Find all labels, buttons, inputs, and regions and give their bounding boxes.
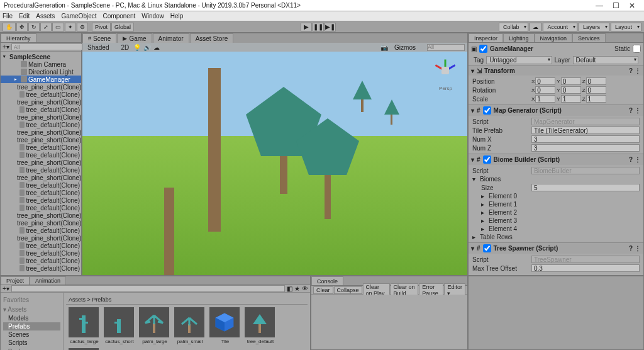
folder-scenes[interactable]: Scenes	[3, 330, 60, 339]
folder-scripts[interactable]: Scripts	[3, 339, 60, 347]
account-dropdown[interactable]: Account	[543, 23, 577, 31]
tab-animator[interactable]: Animator	[153, 33, 189, 43]
menu-component[interactable]: Component	[103, 13, 136, 20]
biomes-array[interactable]: Biomes	[480, 176, 531, 183]
hierarchy-item[interactable]: tree_default(Clone)	[1, 227, 81, 234]
hierarchy-item[interactable]: Main Camera	[1, 60, 81, 68]
tab-console[interactable]: Console	[311, 276, 343, 285]
hand-tool-button[interactable]: ✋	[3, 23, 16, 31]
tablerows-array[interactable]: Table Rows	[480, 234, 513, 240]
hidden-icon[interactable]: 👁	[302, 285, 308, 292]
tile-prefab-field[interactable]: Tile (TileGenerator)	[531, 127, 640, 134]
mode-2d-button[interactable]: 2D	[119, 44, 131, 51]
tab-animation[interactable]: Animation	[30, 276, 66, 285]
menu-help[interactable]: Help	[170, 13, 184, 20]
tab-hierarchy[interactable]: Hierarchy	[1, 33, 36, 42]
asset-thumb[interactable]: Tile	[209, 307, 241, 344]
tab-inspector[interactable]: Inspector	[469, 33, 503, 42]
collab-dropdown[interactable]: Collab	[499, 23, 529, 31]
hierarchy-item[interactable]: tree_pine_short(Clone)	[1, 159, 81, 166]
biome-size-field[interactable]: 5	[531, 184, 640, 191]
numz-field[interactable]: 3	[531, 144, 640, 152]
biome-element[interactable]: ▸Element 0	[472, 192, 640, 200]
layer-dropdown[interactable]: Default	[573, 56, 638, 64]
hierarchy-search[interactable]	[11, 43, 87, 50]
project-search[interactable]	[11, 285, 285, 292]
project-create-button[interactable]: +▾	[3, 285, 9, 292]
hierarchy-item[interactable]: tree_default(Clone)	[1, 204, 81, 212]
menu-gameobject[interactable]: GameObject	[61, 13, 96, 20]
biome-header[interactable]: ▾# Biome Builder (Script) ?⋮	[469, 154, 643, 165]
favorites-header[interactable]: Favorites	[3, 295, 60, 305]
folder-prefabs[interactable]: Prefabs	[3, 322, 60, 330]
hierarchy-item[interactable]: tree_default(Clone)	[1, 106, 81, 113]
hierarchy-item[interactable]: tree_default(Clone)	[1, 264, 81, 272]
close-button[interactable]: ✕	[624, 1, 640, 10]
hierarchy-item[interactable]: tree_pine_short(Clone)	[1, 113, 81, 121]
layout-dropdown[interactable]: Layout	[611, 23, 641, 31]
hierarchy-item[interactable]: tree_default(Clone)	[1, 196, 81, 204]
shading-dropdown[interactable]: Shaded	[85, 44, 116, 51]
menu-icon[interactable]: ⋮	[635, 67, 641, 74]
hierarchy-item[interactable]: tree_default(Clone)	[1, 189, 81, 196]
treespawn-header[interactable]: ▾# Tree Spawner (Script) ?⋮	[469, 243, 643, 254]
camera-icon[interactable]: 📷	[380, 44, 388, 51]
filter-icon[interactable]: ◧	[287, 285, 292, 292]
menu-icon[interactable]: ⋮	[635, 107, 641, 114]
hierarchy-item[interactable]: tree_default(Clone)	[1, 249, 81, 257]
tab-project[interactable]: Project	[1, 276, 30, 285]
mapgen-enabled[interactable]	[483, 106, 491, 115]
folder-models[interactable]: Models	[3, 314, 60, 322]
move-tool-button[interactable]: ✥	[16, 23, 28, 31]
menu-window[interactable]: Window	[142, 13, 164, 20]
asset-thumb[interactable]: cactus_large	[69, 307, 100, 344]
scene-viewport[interactable]: Shaded 2D 💡 🔊 ☁ 📷 Gizmos	[82, 43, 467, 275]
tag-dropdown[interactable]: Untagged	[486, 56, 552, 64]
hierarchy-item[interactable]: tree_pine_short(Clone)	[1, 174, 81, 181]
scene-row[interactable]: ▾SampleScene	[1, 53, 81, 60]
breadcrumb[interactable]: Assets > Prefabs	[66, 295, 308, 305]
hierarchy-item[interactable]: tree_default(Clone)	[1, 181, 81, 189]
help-icon[interactable]: ?	[629, 67, 633, 74]
treeoffset-field[interactable]: 0.3	[531, 264, 640, 272]
transform-tool-button[interactable]: ✦	[65, 23, 76, 31]
biome-element[interactable]: ▸Element 3	[472, 217, 640, 225]
tab-lighting[interactable]: Lighting	[503, 33, 535, 42]
fx-toggle-icon[interactable]: ☁	[153, 44, 160, 51]
scene-search[interactable]	[427, 44, 465, 51]
orientation-gizmo[interactable]: Persp	[431, 57, 460, 85]
minimize-button[interactable]: —	[591, 1, 608, 10]
pause-button[interactable]: ❚❚	[313, 23, 324, 31]
help-icon[interactable]: ?	[629, 107, 633, 114]
biome-element[interactable]: ▸Element 1	[472, 200, 640, 208]
hierarchy-item[interactable]: tree_default(Clone)	[1, 242, 81, 249]
hierarchy-item[interactable]: tree_default(Clone)	[1, 144, 81, 151]
help-icon[interactable]: ?	[629, 156, 633, 163]
tab-navigation[interactable]: Navigation	[535, 33, 573, 42]
tab-assetstore[interactable]: Asset Store	[190, 33, 234, 43]
hierarchy-item[interactable]: tree_pine_short(Clone)	[1, 83, 81, 91]
asset-thumb[interactable]: tree_default	[245, 307, 276, 344]
step-button[interactable]: ▶❚	[325, 23, 336, 31]
asset-thumb[interactable]: cactus_short	[104, 307, 135, 344]
biome-element[interactable]: ▸Element 4	[472, 225, 640, 233]
rotate-tool-button[interactable]: ↻	[28, 23, 40, 31]
gizmos-dropdown[interactable]: Gizmos	[392, 44, 423, 51]
asset-thumb[interactable]: palm_large	[139, 307, 170, 344]
biome-enabled[interactable]	[483, 155, 491, 164]
custom-tool-button[interactable]: ⚙	[77, 23, 88, 31]
hierarchy-item[interactable]: tree_default(Clone)	[1, 151, 81, 159]
hierarchy-item[interactable]: ▸GameManager	[1, 76, 81, 83]
hierarchy-item[interactable]: tree_pine_short(Clone)	[1, 136, 81, 144]
light-toggle-icon[interactable]: 💡	[133, 44, 141, 51]
hierarchy-item[interactable]: tree_default(Clone)	[1, 166, 81, 174]
hierarchy-item[interactable]: tree_pine_short(Clone)	[1, 234, 81, 242]
menu-assets[interactable]: Assets	[36, 13, 55, 20]
object-name[interactable]: GameManager	[490, 45, 612, 52]
static-checkbox[interactable]	[633, 45, 641, 53]
hierarchy-item[interactable]: tree_pine_short(Clone)	[1, 128, 81, 136]
hierarchy-item[interactable]: tree_default(Clone)	[1, 121, 81, 128]
console-clear[interactable]: Clear	[313, 286, 333, 294]
save-icon[interactable]: ★	[294, 285, 300, 292]
layers-dropdown[interactable]: Layers	[579, 23, 609, 31]
